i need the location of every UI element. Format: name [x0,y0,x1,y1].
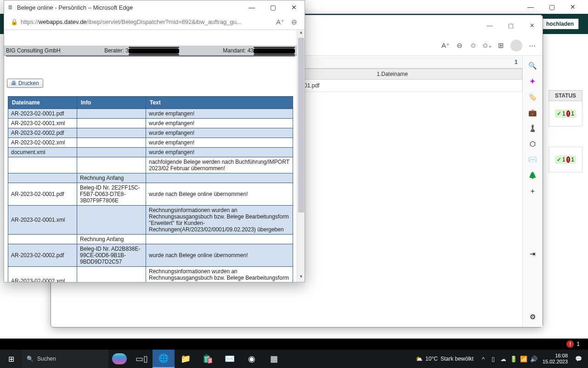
add-icon[interactable]: ＋ [526,184,539,197]
tray-app-icon[interactable]: ▯ [488,356,498,362]
cortana-button[interactable] [108,353,130,364]
tray-overflow-icon[interactable]: ^ [478,356,488,362]
page-icon: 🗎 [4,4,17,11]
popup-title: Belege online - Persönlich – Microsoft E… [17,4,241,11]
battery-icon[interactable]: 🔋 [509,356,519,362]
edge-sidebar: 🔍 ✦ 🏷️ 💼 ♟️ ⬡ ✉️ 🌲 ＋ ⇥ ⚙ [522,56,543,327]
more-icon[interactable]: ⋯ [525,41,539,50]
discover-icon[interactable]: ✦ [526,75,539,88]
table-row: AR-2023-02-0001.xmlwurde empfangen! [8,119,293,128]
date: 15.02.2023 [543,359,568,365]
scroll-thumb[interactable] [298,38,304,213]
collections-icon[interactable]: ⊞ [494,41,508,50]
secondary-minimize-button[interactable]: — [479,22,500,29]
read-aloud-icon[interactable]: A⁺ [439,41,452,50]
task-view-button[interactable]: ▭▯ [130,350,153,368]
lock-icon[interactable]: 🔒 [8,18,21,25]
secondary-maximize-button[interactable]: ▢ [500,22,521,29]
popup-url[interactable]: https://webapps.datev.de/ibwp/servlet/Be… [21,18,273,25]
client-info-band: BIG Consulting GmbH Berater: 3 Mandant: … [4,46,297,56]
profile-avatar[interactable] [510,40,522,52]
start-button[interactable]: ⊞ [0,350,22,368]
chrome-taskbar-icon[interactable]: ◉ [241,350,263,368]
taskbar: ⊞ 🔍Suchen ▭▯ 🌐 📁 🛍️ ✉️ ◉ ▦ ⛅ 10°C Stark … [0,350,588,368]
redacted [129,48,179,54]
scroll-up-icon[interactable]: ▲ [297,30,305,38]
scroll-down-icon[interactable]: ▼ [297,274,305,282]
table-row: Rechnung Anfang [8,173,293,183]
search-placeholder: Suchen [37,356,56,362]
table-row: AR-2023-02-0002.xmlwurde empfangen! [8,138,293,148]
table-row: document.xmlwurde empfangen! [8,148,293,157]
settings-icon[interactable]: ⚙ [526,310,539,323]
tools-icon[interactable]: 💼 [526,106,539,119]
secondary-close-button[interactable]: ✕ [521,22,543,29]
cortana-icon [112,353,127,364]
zoom-icon[interactable]: ⊖ [287,18,301,26]
redacted [254,48,295,54]
mandant-label: Mandant: 43 [223,47,295,54]
bg-minimize-button[interactable]: — [520,3,541,11]
error-icon: ! [566,156,571,163]
office-icon[interactable]: ⬡ [526,138,539,150]
read-aloud-icon[interactable]: A⁺ [273,18,287,26]
add-favorite-icon[interactable]: ✩₊ [480,41,494,50]
weather-text: Stark bewölkt [441,356,474,362]
notification-strip: ! 1 [0,339,588,350]
col-dateiname: Dateiname [8,97,77,109]
upload-button[interactable]: hochladen [541,18,579,29]
windows-icon: ⊞ [8,355,14,363]
table-row: AR-2023-02-0001.pdfBeleg-ID Nr. 2E2FF15C… [8,183,293,206]
volume-icon[interactable]: 🔊 [529,356,539,362]
popup-maximize-button[interactable]: ▢ [262,0,283,14]
drop-icon[interactable]: 🌲 [526,169,539,182]
col-info: Info [77,97,146,109]
clock[interactable]: 16:08 15.02.2023 [539,353,571,365]
popup-minimize-button[interactable]: — [241,0,262,14]
warning-icon[interactable]: ! [566,340,574,348]
bg-maximize-button[interactable]: ▢ [541,3,562,11]
hide-sidebar-icon[interactable]: ⇥ [526,247,539,260]
check-icon: ✓ [557,156,561,163]
shopping-icon[interactable]: 🏷️ [526,91,539,104]
weather-temp: 10°C [425,356,438,362]
edge-taskbar-icon[interactable]: 🌐 [153,350,175,368]
table-row: AR-2023-02-0002.xmlRechnungsinformatione… [8,267,293,282]
weather-widget[interactable]: ⛅ 10°C Stark bewölkt [416,356,474,362]
mail-taskbar-icon[interactable]: ✉️ [219,350,241,368]
table-row: Rechnung Anfang [8,235,293,244]
wifi-icon[interactable]: 📶 [519,356,529,362]
scrollbar[interactable]: ▲ ▼ [297,30,305,282]
print-button[interactable]: 🖶Drucken [7,79,43,88]
outlook-icon[interactable]: ✉️ [526,153,539,166]
action-center-icon[interactable]: 💬 [571,356,585,362]
favorite-icon[interactable]: ✩ [466,41,480,50]
games-icon[interactable]: ♟️ [526,122,539,135]
system-tray: ⛅ 10°C Stark bewölkt ^ ▯ ☁ 🔋 📶 🔊 16:08 1… [416,350,588,368]
search-icon: 🔍 [27,356,34,362]
popup-titlebar[interactable]: 🗎 Belege online - Persönlich – Microsoft… [4,0,305,14]
popup-window: 🗎 Belege online - Persönlich – Microsoft… [4,0,305,282]
app-taskbar-icon[interactable]: ▦ [263,350,285,368]
taskbar-search[interactable]: 🔍Suchen [22,350,108,368]
bg-close-button[interactable]: ✕ [562,3,583,11]
page-number[interactable]: 1 [514,58,518,65]
company-name: BIG Consulting GmbH [6,47,61,54]
print-icon: 🖶 [11,80,17,86]
table-row: AR-2023-02-0001.pdfwurde empfangen! [8,109,293,119]
status-chip: ✓1 !1 [555,109,576,118]
weather-icon: ⛅ [416,356,423,362]
col-text: Text [146,97,293,109]
onedrive-icon[interactable]: ☁ [498,356,509,362]
table-row: AR-2023-02-0002.pdfwurde empfangen! [8,128,293,138]
time: 16:08 [543,353,568,359]
store-taskbar-icon[interactable]: 🛍️ [197,350,219,368]
zoom-out-icon[interactable]: ⊖ [452,41,466,50]
check-icon: ✓ [557,110,561,117]
popup-close-button[interactable]: ✕ [283,0,305,14]
explorer-taskbar-icon[interactable]: 📁 [175,350,197,368]
error-icon: ! [566,110,571,117]
status-chip: ✓1 !1 [555,155,576,164]
search-icon[interactable]: 🔍 [526,59,539,72]
table-row: nachfolgende Belege werden nach Buchführ… [8,157,293,173]
